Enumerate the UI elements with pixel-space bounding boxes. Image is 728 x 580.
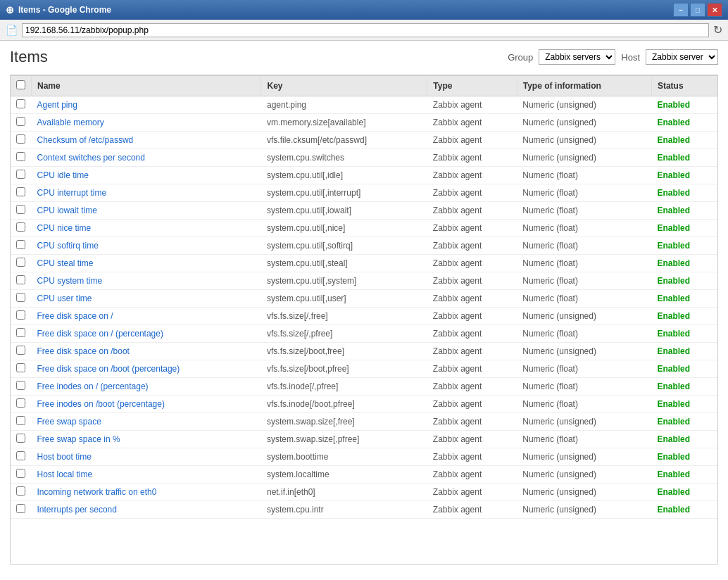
row-name-link[interactable]: CPU idle time — [37, 170, 89, 180]
row-checkbox[interactable] — [16, 398, 25, 408]
row-key: vfs.file.cksum[/etc/passwd] — [261, 132, 427, 149]
refresh-icon[interactable]: ↻ — [713, 23, 722, 37]
row-type-info: Numeric (float) — [517, 167, 651, 184]
row-name-link[interactable]: CPU interrupt time — [37, 188, 107, 198]
row-status: Enabled — [651, 448, 717, 466]
group-select[interactable]: Zabbix servers — [539, 49, 615, 65]
row-type-info: Numeric (unsigned) — [517, 114, 651, 132]
window-controls[interactable]: – □ ✕ — [673, 3, 722, 17]
header-name: Name — [32, 76, 261, 96]
row-checkbox-cell — [11, 466, 32, 484]
row-name: Checksum of /etc/passwd — [32, 132, 261, 149]
select-all-checkbox[interactable] — [16, 80, 25, 89]
row-checkbox[interactable] — [16, 99, 25, 108]
row-status: Enabled — [651, 308, 717, 325]
table-row: Host local timesystem.localtimeZabbix ag… — [11, 466, 717, 484]
row-status: Enabled — [651, 484, 717, 501]
row-name: CPU system time — [32, 272, 261, 290]
row-name-link[interactable]: CPU softirq time — [37, 241, 99, 251]
row-name-link[interactable]: CPU steal time — [37, 258, 94, 268]
row-type-info: Numeric (unsigned) — [517, 501, 651, 519]
row-key: vfs.fs.size[/,free] — [261, 308, 427, 325]
row-checkbox[interactable] — [16, 134, 25, 144]
row-checkbox[interactable] — [16, 486, 25, 496]
row-type-info: Numeric (float) — [517, 184, 651, 202]
row-name-link[interactable]: Free disk space on /boot — [37, 346, 130, 356]
row-status: Enabled — [651, 132, 717, 149]
row-name-link[interactable]: CPU nice time — [37, 223, 92, 233]
header-checkbox-col — [11, 76, 32, 96]
row-name-link[interactable]: Free swap space — [37, 417, 101, 427]
row-checkbox[interactable] — [16, 310, 25, 320]
close-button[interactable]: ✕ — [707, 3, 722, 17]
row-name-link[interactable]: Host local time — [37, 469, 93, 479]
row-name-link[interactable]: Free inodes on /boot (percentage) — [37, 399, 165, 409]
row-type: Zabbix agent — [427, 237, 517, 255]
row-checkbox[interactable] — [16, 187, 25, 196]
row-checkbox[interactable] — [16, 346, 25, 355]
row-checkbox[interactable] — [16, 328, 25, 337]
row-name-link[interactable]: Free disk space on / (percentage) — [37, 329, 163, 339]
row-name-link[interactable]: CPU user time — [37, 294, 92, 303]
row-checkbox[interactable] — [16, 275, 25, 284]
row-type: Zabbix agent — [427, 272, 517, 290]
row-checkbox[interactable] — [16, 504, 25, 513]
row-name-link[interactable]: Free disk space on / — [37, 311, 113, 321]
table-row: Host boot timesystem.boottimeZabbix agen… — [11, 448, 717, 466]
host-select[interactable]: Zabbix server — [646, 49, 718, 65]
row-name-link[interactable]: Context switches per second — [37, 153, 145, 163]
row-checkbox[interactable] — [16, 363, 25, 372]
row-checkbox-cell — [11, 114, 32, 132]
row-type-info: Numeric (float) — [517, 396, 651, 413]
row-checkbox[interactable] — [16, 469, 25, 478]
filter-area: Group Zabbix servers Host Zabbix server — [508, 49, 718, 65]
row-checkbox[interactable] — [16, 434, 25, 443]
row-name-link[interactable]: Host boot time — [37, 452, 92, 462]
row-checkbox[interactable] — [16, 205, 25, 214]
row-checkbox[interactable] — [16, 381, 25, 390]
address-input[interactable] — [22, 23, 709, 37]
row-name-link[interactable]: CPU system time — [37, 276, 103, 286]
row-checkbox-cell — [11, 396, 32, 413]
row-type-info: Numeric (unsigned) — [517, 448, 651, 466]
table-row: Free disk space on /bootvfs.fs.size[/boo… — [11, 343, 717, 360]
row-type: Zabbix agent — [427, 255, 517, 272]
page-icon: 📄 — [6, 25, 18, 36]
row-type: Zabbix agent — [427, 343, 517, 360]
row-name-link[interactable]: Free disk space on /boot (percentage) — [37, 364, 180, 374]
row-name-link[interactable]: Available memory — [37, 118, 104, 127]
row-key: system.cpu.switches — [261, 149, 427, 167]
row-checkbox[interactable] — [16, 222, 25, 232]
row-checkbox[interactable] — [16, 117, 25, 126]
row-key: system.cpu.intr — [261, 501, 427, 519]
window-title: Items - Google Chrome — [18, 5, 673, 15]
row-type: Zabbix agent — [427, 396, 517, 413]
row-checkbox[interactable] — [16, 240, 25, 249]
row-type: Zabbix agent — [427, 220, 517, 237]
row-name-link[interactable]: Free swap space in % — [37, 434, 120, 444]
row-name-link[interactable]: Interrupts per second — [37, 505, 117, 515]
row-type-info: Numeric (float) — [517, 290, 651, 308]
maximize-button[interactable]: □ — [690, 3, 705, 17]
row-checkbox[interactable] — [16, 416, 25, 425]
row-name-link[interactable]: CPU iowait time — [37, 206, 97, 215]
minimize-button[interactable]: – — [673, 3, 689, 17]
row-checkbox[interactable] — [16, 258, 25, 267]
row-type: Zabbix agent — [427, 149, 517, 167]
row-name-link[interactable]: Agent ping — [37, 100, 77, 110]
row-key: system.cpu.util[,iowait] — [261, 202, 427, 220]
row-name: CPU softirq time — [32, 237, 261, 255]
row-checkbox[interactable] — [16, 152, 25, 161]
row-checkbox[interactable] — [16, 451, 25, 460]
row-status: Enabled — [651, 396, 717, 413]
row-status: Enabled — [651, 237, 717, 255]
row-checkbox[interactable] — [16, 293, 25, 302]
row-name-link[interactable]: Checksum of /etc/passwd — [37, 135, 134, 145]
row-key: system.cpu.util[,nice] — [261, 220, 427, 237]
row-checkbox[interactable] — [16, 170, 25, 179]
row-key: agent.ping — [261, 96, 427, 114]
row-name-link[interactable]: Incoming network traffic on eth0 — [37, 487, 157, 497]
row-name-link[interactable]: Free inodes on / (percentage) — [37, 382, 149, 391]
row-checkbox-cell — [11, 308, 32, 325]
row-name: Context switches per second — [32, 149, 261, 167]
